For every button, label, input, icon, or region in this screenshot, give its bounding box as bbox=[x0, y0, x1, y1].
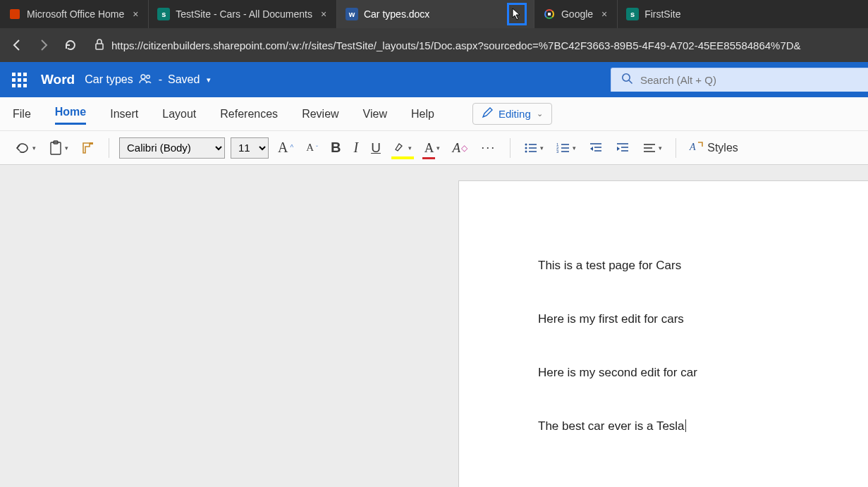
lock-icon bbox=[94, 39, 104, 52]
separator bbox=[676, 138, 676, 158]
chevron-down-icon[interactable]: ▾ bbox=[207, 75, 211, 85]
separator bbox=[109, 138, 109, 158]
sharepoint-icon: s bbox=[157, 8, 170, 20]
browser-tab-word-doc[interactable]: w Car types.docx bbox=[337, 0, 534, 28]
svg-rect-0 bbox=[96, 44, 103, 49]
more-font-button[interactable]: ··· bbox=[477, 140, 500, 155]
forward-icon[interactable] bbox=[34, 35, 54, 55]
document-canvas[interactable]: This is a test page for Cars Here is my … bbox=[0, 165, 868, 487]
editing-label: Editing bbox=[499, 108, 531, 120]
highlight-icon bbox=[393, 140, 406, 156]
browser-tab-firstsite[interactable]: s FirstSite bbox=[618, 0, 687, 28]
tab-references[interactable]: References bbox=[220, 105, 278, 123]
svg-point-8 bbox=[525, 143, 527, 145]
svg-text:3: 3 bbox=[556, 149, 559, 154]
underline-button[interactable]: U bbox=[367, 137, 384, 159]
font-color-button[interactable]: A ▾ bbox=[421, 137, 444, 159]
document-title: Car types bbox=[85, 73, 133, 86]
pen-icon bbox=[482, 107, 493, 121]
svg-point-3 bbox=[623, 74, 630, 81]
paragraph[interactable]: Here is my second edit for car bbox=[538, 366, 868, 380]
font-color-bar bbox=[422, 157, 435, 159]
tab-title: TestSite - Cars - All Documents bbox=[176, 8, 312, 20]
grow-font-button[interactable]: A^ bbox=[274, 137, 297, 159]
browser-tab-sharepoint[interactable]: s TestSite - Cars - All Documents × bbox=[149, 0, 337, 28]
svg-point-1 bbox=[141, 75, 145, 79]
browser-address-bar: https://citizenbuilders.sharepoint.com/:… bbox=[0, 28, 868, 62]
svg-point-12 bbox=[525, 150, 527, 152]
close-icon[interactable]: × bbox=[130, 8, 141, 20]
styles-label: Styles bbox=[707, 142, 738, 154]
svg-text:A: A bbox=[689, 142, 696, 152]
chevron-down-icon: ▾ bbox=[436, 144, 440, 152]
tab-layout[interactable]: Layout bbox=[162, 105, 196, 123]
svg-point-2 bbox=[146, 75, 149, 78]
save-sep: - bbox=[159, 73, 162, 86]
paste-button[interactable]: ▾ bbox=[45, 137, 72, 159]
decrease-indent-button[interactable] bbox=[585, 139, 606, 157]
font-family-select[interactable]: Calibri (Body) bbox=[119, 137, 225, 159]
editing-mode-button[interactable]: Editing ⌄ bbox=[472, 103, 552, 125]
tab-insert[interactable]: Insert bbox=[110, 105, 138, 123]
tab-help[interactable]: Help bbox=[411, 105, 434, 123]
cursor-icon bbox=[507, 3, 527, 25]
paragraph[interactable]: Here is my first edit for cars bbox=[538, 312, 868, 326]
reload-icon[interactable] bbox=[61, 35, 80, 55]
tab-title: Car types.docx bbox=[364, 8, 501, 20]
undo-button[interactable]: ▾ bbox=[11, 139, 39, 157]
word-title-bar: Word Car types - Saved ▾ bbox=[0, 62, 868, 97]
paragraph[interactable]: The best car ever is a Tesla bbox=[538, 419, 868, 433]
document-page[interactable]: This is a test page for Cars Here is my … bbox=[458, 180, 868, 487]
format-painter-button[interactable] bbox=[78, 138, 99, 158]
back-icon[interactable] bbox=[7, 35, 27, 55]
document-title-group[interactable]: Car types - Saved ▾ bbox=[85, 73, 211, 86]
sharepoint-icon: s bbox=[626, 8, 639, 20]
tab-home[interactable]: Home bbox=[55, 103, 86, 125]
word-icon: w bbox=[346, 8, 358, 20]
office-icon bbox=[8, 8, 21, 20]
chevron-down-icon: ▾ bbox=[65, 144, 68, 152]
highlight-color-bar bbox=[391, 156, 414, 159]
chevron-down-icon: ⌄ bbox=[537, 109, 543, 118]
chevron-down-icon: ▾ bbox=[540, 144, 544, 152]
styles-icon: A bbox=[690, 140, 705, 155]
shrink-font-button[interactable]: Aˇ bbox=[302, 139, 322, 156]
browser-tab-office[interactable]: Microsoft Office Home × bbox=[0, 0, 149, 28]
search-icon bbox=[621, 73, 633, 87]
tab-title: Google bbox=[561, 8, 593, 20]
search-box[interactable] bbox=[611, 68, 868, 92]
browser-tab-google[interactable]: Google × bbox=[534, 0, 618, 28]
bullets-button[interactable]: ▾ bbox=[520, 139, 547, 157]
google-icon bbox=[543, 8, 556, 20]
tab-review[interactable]: Review bbox=[302, 105, 338, 123]
italic-button[interactable]: I bbox=[350, 137, 362, 159]
people-icon bbox=[139, 74, 153, 86]
search-input[interactable] bbox=[640, 74, 858, 86]
tab-view[interactable]: View bbox=[363, 105, 387, 123]
chevron-down-icon: ▾ bbox=[659, 144, 662, 152]
url-field[interactable]: https://citizenbuilders.sharepoint.com/:… bbox=[87, 34, 861, 56]
separator bbox=[510, 138, 511, 158]
styles-button[interactable]: A Styles bbox=[686, 137, 742, 158]
close-icon[interactable]: × bbox=[318, 8, 329, 20]
browser-tabstrip: Microsoft Office Home × s TestSite - Car… bbox=[0, 0, 868, 28]
increase-indent-button[interactable] bbox=[612, 139, 633, 157]
svg-line-4 bbox=[629, 80, 632, 84]
bold-button[interactable]: B bbox=[327, 137, 344, 159]
align-button[interactable]: ▾ bbox=[639, 140, 666, 156]
save-status: Saved bbox=[168, 73, 200, 86]
app-launcher-icon[interactable] bbox=[7, 68, 31, 92]
chevron-down-icon: ▾ bbox=[573, 144, 576, 152]
tab-file[interactable]: File bbox=[13, 105, 31, 123]
close-icon[interactable]: × bbox=[599, 8, 610, 20]
clear-formatting-button[interactable]: A ◇ bbox=[449, 137, 472, 159]
highlight-button[interactable]: ▾ bbox=[390, 137, 415, 159]
numbering-button[interactable]: 123 ▾ bbox=[553, 139, 580, 157]
app-brand[interactable]: Word bbox=[41, 72, 75, 87]
chevron-down-icon: ▾ bbox=[408, 144, 412, 152]
font-size-select[interactable]: 11 bbox=[231, 137, 269, 159]
tab-title: FirstSite bbox=[644, 8, 680, 20]
ribbon-toolbar: ▾ ▾ Calibri (Body) 11 A^ Aˇ B I U ▾ A ▾ … bbox=[0, 131, 868, 165]
svg-point-10 bbox=[525, 147, 527, 149]
paragraph[interactable]: This is a test page for Cars bbox=[538, 259, 868, 273]
